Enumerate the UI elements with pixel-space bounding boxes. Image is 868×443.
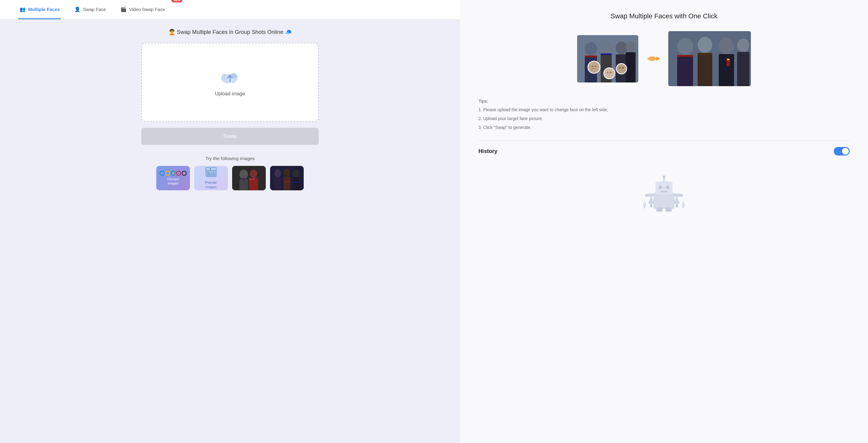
new-badge: NEW — [171, 0, 182, 2]
right-title: Swap Multiple Faces with One Click — [478, 12, 850, 20]
svg-point-35 — [626, 41, 636, 52]
tab-swap-face[interactable]: 👤 Swap Face — [73, 0, 107, 19]
svg-rect-20 — [274, 177, 281, 190]
tab-bar: 👥 Multiple Faces 👤 Swap Face 🎬 Video Swa… — [0, 0, 460, 20]
popular-icon — [206, 167, 217, 179]
svg-rect-16 — [249, 178, 258, 190]
upload-icon-wrap — [219, 68, 241, 86]
svg-point-21 — [283, 169, 290, 177]
svg-rect-70 — [674, 194, 683, 197]
svg-rect-78 — [644, 206, 645, 208]
tip-1: 1. Please upload the image you want to c… — [478, 107, 850, 113]
history-toggle[interactable] — [834, 147, 850, 156]
svg-rect-38 — [601, 54, 612, 55]
svg-point-43 — [595, 65, 596, 67]
svg-point-3 — [222, 74, 228, 80]
svg-point-56 — [737, 38, 749, 52]
before-placeholder — [577, 35, 638, 82]
svg-rect-24 — [293, 177, 300, 190]
ring-red — [176, 171, 181, 176]
swap-button[interactable]: Swap — [141, 128, 319, 145]
svg-point-68 — [662, 175, 665, 178]
toggle-knob — [842, 148, 849, 155]
upload-cloud-icon — [219, 68, 241, 85]
svg-rect-53 — [698, 53, 712, 86]
upload-label: Upload image — [215, 91, 245, 97]
demo-before-image — [577, 35, 638, 82]
svg-rect-63 — [655, 181, 673, 194]
svg-rect-66 — [660, 191, 668, 192]
svg-point-19 — [274, 169, 281, 177]
tab-video-swap-face-label: Video Swap Face — [129, 7, 165, 12]
svg-point-29 — [585, 42, 597, 56]
wedding-photo-thumb[interactable] — [232, 166, 266, 190]
svg-rect-9 — [206, 167, 210, 170]
svg-marker-77 — [643, 201, 647, 206]
svg-rect-71 — [656, 207, 662, 212]
upload-box[interactable]: Upload image — [141, 43, 319, 122]
multiple-faces-icon: 👥 — [20, 6, 26, 12]
svg-rect-61 — [727, 59, 730, 60]
svg-point-39 — [588, 61, 600, 73]
popular-images-tile[interactable]: Popularimages — [194, 166, 228, 190]
svg-rect-58 — [677, 55, 693, 57]
svg-rect-62 — [653, 192, 675, 209]
ring-green — [170, 171, 176, 176]
ring-blue — [160, 171, 164, 176]
tip-2: 2. Upload your target face picture; — [478, 115, 850, 122]
svg-point-47 — [622, 67, 624, 68]
demo-arrow — [646, 51, 661, 66]
svg-point-7 — [233, 82, 234, 83]
ring-yellow — [165, 171, 170, 176]
svg-point-42 — [592, 65, 593, 67]
svg-rect-55 — [719, 54, 734, 86]
history-section: History — [478, 140, 850, 223]
svg-rect-51 — [677, 55, 693, 86]
tips-title: Tips: — [478, 98, 850, 104]
video-icon: 🎬 — [121, 6, 127, 12]
svg-marker-48 — [656, 57, 660, 61]
svg-point-52 — [698, 37, 712, 53]
ring-black — [182, 171, 187, 176]
hp-photo-thumb[interactable] — [270, 166, 304, 190]
svg-point-50 — [677, 38, 693, 55]
svg-point-65 — [666, 185, 670, 189]
sample-images: Olympicimages Popularimages — [156, 166, 304, 190]
try-label: Try the following images — [205, 156, 254, 161]
svg-point-41 — [616, 64, 627, 74]
page-heading: 🧑‍🦱 Swap Multiple Faces in Group Shots O… — [18, 29, 442, 35]
svg-marker-79 — [681, 201, 685, 206]
svg-rect-69 — [645, 194, 654, 197]
olympic-rings — [160, 171, 187, 176]
svg-rect-59 — [698, 53, 712, 55]
tab-swap-face-label: Swap Face — [83, 7, 106, 12]
svg-rect-80 — [682, 206, 684, 208]
tip-3: 3. Click "Swap" to generate. — [478, 124, 850, 131]
swap-face-icon: 👤 — [74, 6, 81, 12]
svg-point-46 — [619, 67, 621, 68]
svg-rect-36 — [626, 52, 636, 82]
svg-rect-72 — [665, 207, 672, 212]
left-panel: 👥 Multiple Faces 👤 Swap Face 🎬 Video Swa… — [0, 0, 460, 443]
tab-video-swap-face[interactable]: 🎬 Video Swap Face NEW — [119, 0, 175, 19]
history-empty-state — [478, 162, 850, 223]
svg-point-40 — [604, 68, 615, 79]
right-panel: Swap Multiple Faces with One Click — [460, 0, 868, 443]
demo-after-image — [668, 31, 751, 86]
tab-multiple-faces-label: Multiple Faces — [28, 7, 60, 12]
svg-rect-74 — [650, 204, 652, 207]
empty-robot-svg — [640, 171, 688, 213]
tab-multiple-faces[interactable]: 👥 Multiple Faces — [18, 0, 61, 19]
svg-rect-25 — [283, 181, 290, 182]
svg-rect-26 — [293, 182, 300, 183]
svg-rect-57 — [737, 52, 749, 86]
tips-section: Tips: 1. Please upload the image you wan… — [478, 98, 850, 131]
svg-point-54 — [719, 38, 734, 54]
svg-point-6 — [226, 82, 227, 83]
svg-point-17 — [241, 177, 246, 181]
left-content: 🧑‍🦱 Swap Multiple Faces in Group Shots O… — [0, 20, 460, 190]
history-header: History — [478, 147, 850, 156]
svg-point-64 — [658, 185, 662, 189]
history-title: History — [478, 148, 497, 155]
olympic-images-tile[interactable]: Olympicimages — [156, 166, 190, 190]
